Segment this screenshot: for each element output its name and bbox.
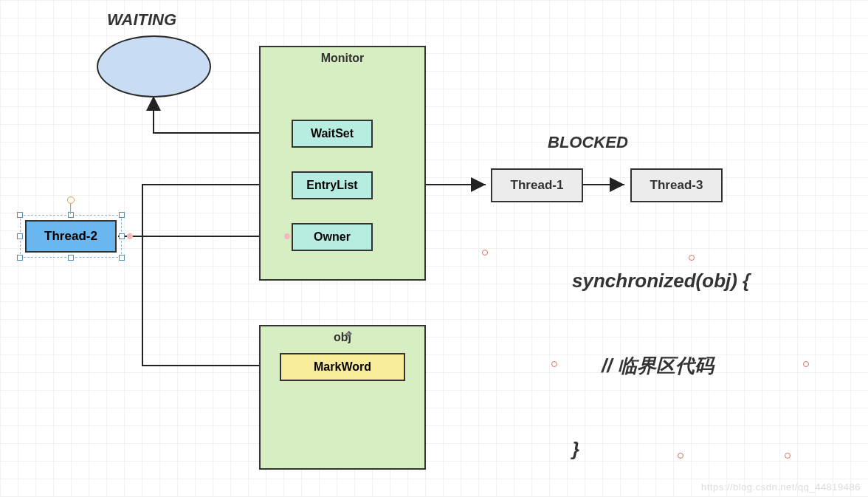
monitor-title: Monitor (261, 52, 424, 65)
markword-box: MarkWord (280, 353, 405, 381)
connector-dot-owner[interactable] (284, 233, 290, 239)
resize-handle-ne[interactable] (119, 212, 125, 218)
connector-dot-e[interactable] (127, 233, 133, 239)
resize-handle-e[interactable] (119, 233, 125, 239)
eval-circle-icon (785, 453, 790, 459)
resize-handle-nw[interactable] (17, 212, 23, 218)
obj-box: obj (259, 325, 426, 470)
thread1-box: Thread-1 (491, 168, 583, 202)
obj-title: obj (261, 331, 424, 344)
thread3-box: Thread-3 (630, 168, 723, 202)
resize-handle-w[interactable] (17, 233, 23, 239)
move-icon: ✥ (345, 329, 352, 339)
resize-handle-s[interactable] (68, 255, 74, 261)
thread2-box[interactable]: Thread-2 (25, 220, 117, 253)
eval-circle-icon (482, 250, 488, 256)
watermark: https://blog.csdn.net/qq_44819486 (701, 481, 861, 493)
waiting-label: WAITING (107, 10, 176, 30)
waitset-box: WaitSet (292, 120, 373, 148)
code-line3: } (572, 438, 579, 461)
waiting-ellipse (97, 35, 211, 97)
rotate-handle[interactable] (67, 196, 75, 204)
code-line2: // 临界区代码 (602, 353, 714, 379)
eval-circle-icon (689, 255, 695, 261)
resize-handle-sw[interactable] (17, 255, 23, 261)
entrylist-box: EntryList (292, 171, 373, 199)
blocked-label: BLOCKED (548, 133, 628, 152)
eval-circle-icon (678, 453, 683, 459)
resize-handle-n[interactable] (68, 212, 74, 218)
resize-handle-se[interactable] (119, 255, 125, 261)
eval-circle-icon (803, 361, 809, 367)
code-line1: synchronized(obj) { (572, 270, 750, 292)
eval-circle-icon (551, 361, 557, 367)
owner-box: Owner (292, 223, 373, 251)
rotate-stem (70, 204, 71, 214)
